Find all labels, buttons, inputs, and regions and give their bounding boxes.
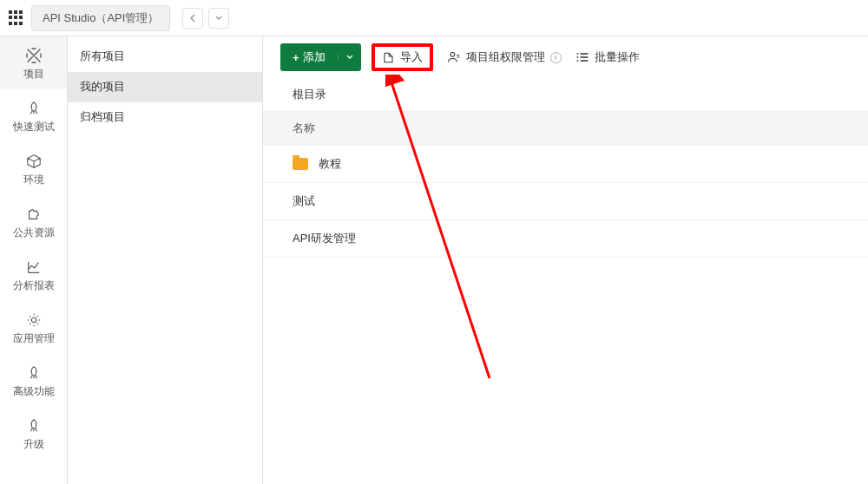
add-button-caret[interactable] [338,55,361,60]
sidebar-item-label: 高级功能 [13,385,55,398]
sidebar-item-label: 项目 [23,68,44,81]
cube-icon [25,153,43,170]
sidebar-item-quick-test[interactable]: 快速测试 [0,89,67,142]
user-icon [447,50,461,64]
list-icon [575,51,589,63]
sidebar-narrow: 项目 快速测试 环境 公共资源 分析报表 [0,36,68,484]
batch-button[interactable]: 批量操作 [575,49,640,65]
info-icon: i [550,52,562,63]
add-button[interactable]: + 添加 [280,43,361,71]
table-row[interactable]: API研发管理 [263,220,868,258]
row-name: API研发管理 [293,231,356,246]
sidebar-item-analytics[interactable]: 分析报表 [0,248,67,301]
sidebar-item-label: 快速测试 [13,121,55,134]
root-directory-label: 根目录 [263,78,868,111]
sidebar-item-app-manage[interactable]: 应用管理 [0,301,67,354]
sidebar-item-advanced[interactable]: 高级功能 [0,354,67,407]
column-header-name: 名称 [263,111,868,146]
svg-point-1 [450,52,455,56]
sidebar-item-label: 分析报表 [13,279,55,292]
app-grid-icon[interactable] [9,10,24,26]
sidebar-item-label: 公共资源 [13,226,55,239]
sidebar-wide-item-mine[interactable]: 我的项目 [68,72,262,102]
rocket-icon [25,100,43,117]
table-row[interactable]: 教程 [263,146,868,183]
sidebar-item-public-resources[interactable]: 公共资源 [0,195,67,248]
row-name: 测试 [293,193,315,209]
import-button[interactable]: 导入 [372,43,433,71]
sidebar-item-project[interactable]: 项目 [0,36,67,89]
batch-label: 批量操作 [595,49,640,65]
sidebar-item-label: 环境 [23,173,44,186]
chart-icon [25,258,43,276]
nav-controls [182,8,229,29]
sidebar-item-environment[interactable]: 环境 [0,142,67,195]
main-area: + 添加 导入 项目组权限管理 i [263,36,868,484]
gear-icon [25,311,43,329]
sidebar-item-upgrade[interactable]: 升级 [0,407,67,460]
row-name: 教程 [319,156,341,172]
toolbar: + 添加 导入 项目组权限管理 i [263,36,868,78]
plus-icon: + [293,51,299,64]
sidebar-wide-item-archived[interactable]: 归档项目 [68,102,262,133]
permissions-label: 项目组权限管理 [466,49,545,65]
permissions-button[interactable]: 项目组权限管理 i [447,49,562,65]
table-row[interactable]: 测试 [263,183,868,220]
sidebar-wide: 所有项目 我的项目 归档项目 [68,36,263,484]
add-button-label: 添加 [303,49,326,65]
top-bar: API Studio（API管理） [0,0,868,36]
import-icon [382,51,395,64]
rocket-icon [25,417,43,435]
svg-point-0 [31,317,36,322]
pencil-cross-icon [25,47,43,64]
rocket-icon [25,364,43,382]
nav-back-button[interactable] [182,8,203,29]
sidebar-wide-item-all[interactable]: 所有项目 [68,42,262,72]
sidebar-item-label: 升级 [23,438,44,451]
folder-icon [293,158,308,170]
nav-dropdown-button[interactable] [208,8,229,29]
import-button-label: 导入 [400,49,423,65]
puzzle-icon [25,206,43,223]
sidebar-item-label: 应用管理 [13,332,55,345]
breadcrumb-app-title[interactable]: API Studio（API管理） [31,5,170,31]
